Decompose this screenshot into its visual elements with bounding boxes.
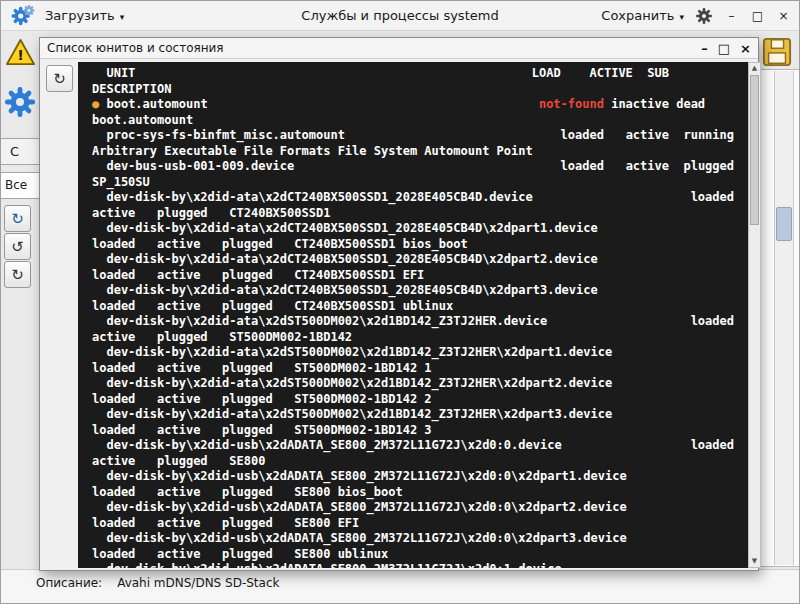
dialog-minimize-button[interactable]: – [701,42,708,55]
undo-button[interactable]: ↺ [4,233,31,260]
unit-line: dev-disk-by\x2did-ata\x2dST500DM002\x2d1… [92,314,734,330]
unit-line: loaded active plugged CT240BX500SSD1 EFI [92,268,734,284]
unit-line: SP_150SU [92,175,734,191]
tab-services[interactable]: С [1,138,40,165]
unit-line: dev-disk-by\x2did-ata\x2dCT240BX500SSD1_… [92,190,734,206]
unit-line: dev-disk-by\x2did-usb\x2dADATA_SE800_2M3… [92,438,734,454]
scroll-down-icon[interactable]: ▼ [749,556,760,567]
unit-line: boot.automount [92,113,734,129]
unit-line: dev-disk-by\x2did-usb\x2dADATA_SE800_2M3… [92,500,734,516]
description-value: Avahi mDNS/DNS SD-Stack [117,576,279,590]
unit-line: loaded active plugged SE800 EFI [92,516,734,532]
undo-icon: ↺ [11,238,24,256]
dialog-window-buttons: – □ × [701,42,751,55]
chevron-down-icon: ▾ [679,12,684,22]
refresh-icon: ↻ [11,210,24,228]
unit-line: active plugged SE800 [92,454,734,470]
dialog-titlebar[interactable]: Список юнитов и состояния – □ × [40,38,758,59]
unit-line: proc-sys-fs-binfmt_misc.automountloaded … [92,128,734,144]
save-button[interactable]: Сохранить ▾ [601,8,684,23]
chevron-down-icon: ▾ [120,12,125,22]
titlebar-right-group: Сохранить ▾ – □ × [601,7,791,25]
units-dialog: Список юнитов и состояния – □ × ↻ UNITLO… [39,37,759,571]
unit-line: active plugged CT240BX500SSD1 [92,206,734,222]
minimize-button[interactable]: – [724,10,739,22]
load-button[interactable]: Загрузить ▾ [45,8,124,23]
settings-gear-icon[interactable] [695,7,713,25]
unit-line: UNITLOAD ACTIVE SUB [92,66,734,82]
unit-line: loaded active plugged SE800 ublinux [92,547,734,563]
unit-line: loaded active plugged ST500DM002-1BD142 … [92,392,734,408]
list-scrollbar[interactable]: ▲ ▼ [748,62,761,568]
unit-line: ● boot.automountnot-found inactive dead [92,97,734,113]
list-scrollbar-thumb[interactable] [750,75,759,225]
unit-line: loaded active plugged CT240BX500SSD1 bio… [92,237,734,253]
main-titlebar: Загрузить ▾ Службы и процессы systemd Со… [1,1,799,31]
unit-line: dev-disk-by\x2did-ata\x2dCT240BX500SSD1_… [92,283,734,299]
svg-text:!: ! [17,47,24,63]
unit-line: dev-disk-by\x2did-usb\x2dADATA_SE800_2M3… [92,562,734,568]
maximize-button[interactable]: □ [750,10,765,22]
unit-line: loaded active plugged SE800 bios_boot [92,485,734,501]
unit-line: dev-disk-by\x2did-usb\x2dADATA_SE800_2M3… [92,469,734,485]
table-panel-edge [758,69,800,567]
close-button[interactable]: × [776,10,791,22]
unit-line: dev-disk-by\x2did-ata\x2dST500DM002\x2d1… [92,345,734,361]
unit-line: dev-disk-by\x2did-usb\x2dADATA_SE800_2M3… [92,531,734,547]
description-label: Описание: [36,576,102,590]
app-gears-icon [11,4,35,28]
unit-line: loaded active plugged ST500DM002-1BD142 … [92,361,734,377]
dialog-refresh-button[interactable]: ↻ [46,65,73,92]
filter-select[interactable]: Все [1,172,40,199]
unit-line: loaded active plugged ST500DM002-1BD142 … [92,423,734,439]
redo-icon: ↻ [11,266,24,284]
unit-line: dev-disk-by\x2did-ata\x2dST500DM002\x2d1… [92,407,734,423]
redo-button[interactable]: ↻ [4,261,31,288]
services-gear-icon[interactable] [3,85,37,123]
tab-label: С [10,144,19,159]
unit-line: Arbitrary Executable File Formats File S… [92,144,734,160]
refresh-button[interactable]: ↻ [4,205,31,232]
unit-state-bullet-icon: ● [92,97,99,111]
dialog-title: Список юнитов и состояния [47,41,224,55]
dialog-close-button[interactable]: × [740,42,751,55]
unit-line: dev-disk-by\x2did-ata\x2dCT240BX500SSD1_… [92,252,734,268]
refresh-icon: ↻ [53,70,66,88]
unit-line: DESCRIPTION [92,82,734,98]
save-button-label: Сохранить [601,8,674,23]
unit-list[interactable]: UNITLOAD ACTIVE SUB DESCRIPTION● boot.au… [78,62,748,568]
scroll-up-icon[interactable]: ▲ [749,63,760,74]
load-button-label: Загрузить [45,8,115,23]
status-bar: Описание:Avahi mDNS/DNS SD-Stack [1,569,799,603]
unit-line: dev-disk-by\x2did-ata\x2dCT240BX500SSD1_… [92,221,734,237]
save-file-icon[interactable] [762,37,792,71]
unit-line: dev-bus-usb-001-009.deviceloaded active … [92,159,734,175]
warning-icon: ! [5,38,36,71]
unit-line: active plugged ST500DM002-1BD142 [92,330,734,346]
unit-line: loaded active plugged CT240BX500SSD1 ubl… [92,299,734,315]
dialog-maximize-button[interactable]: □ [718,42,730,55]
main-vertical-scrollbar[interactable] [774,71,794,565]
filter-value: Все [5,178,27,192]
unit-line: dev-disk-by\x2did-ata\x2dST500DM002\x2d1… [92,376,734,392]
main-scrollbar-thumb[interactable] [776,207,792,241]
